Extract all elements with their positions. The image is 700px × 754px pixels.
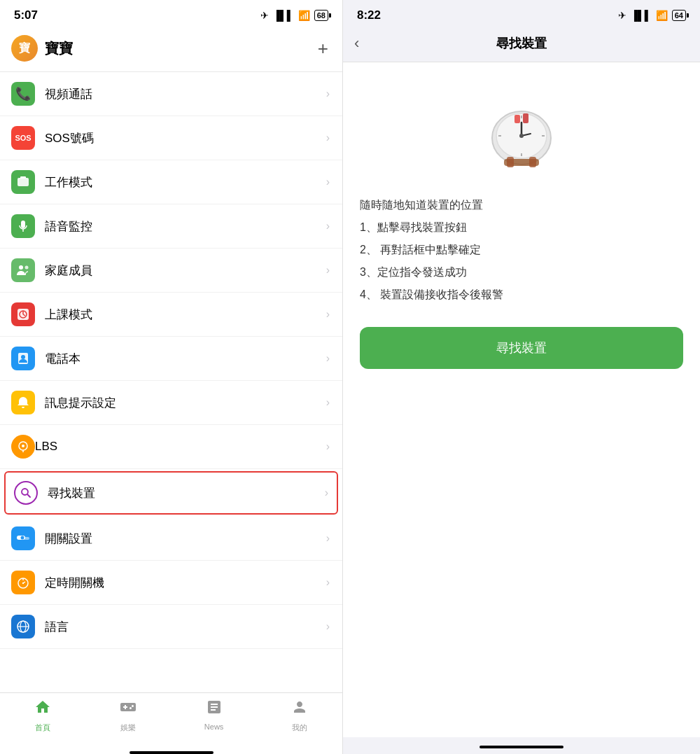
chevron-icon: ›	[326, 440, 330, 453]
svg-line-15	[27, 494, 30, 497]
tab-entertainment[interactable]: 娛樂	[85, 699, 171, 733]
entertainment-tab-label: 娛樂	[120, 722, 136, 733]
status-icons-right: ✈ ▐▌▌ 📶 64	[618, 10, 686, 21]
menu-label-lbs: LBS	[35, 440, 326, 454]
app-header-left: 寶 寶寶	[11, 35, 73, 62]
svg-point-17	[21, 536, 24, 540]
menu-label-switch-settings: 開關設置	[45, 531, 326, 547]
status-time-left: 5:07	[14, 8, 38, 22]
svg-rect-39	[529, 157, 536, 167]
svg-point-12	[22, 445, 24, 447]
instruction-step3: 3、定位指令發送成功	[360, 261, 683, 284]
phonebook-icon	[11, 347, 35, 370]
tab-profile[interactable]: 我的	[257, 699, 342, 733]
menu-item-lbs[interactable]: LBS ›	[0, 425, 342, 469]
svg-point-4	[25, 266, 29, 270]
menu-item-language[interactable]: 語言 ›	[0, 605, 342, 649]
chevron-icon: ›	[326, 576, 330, 589]
menu-label-family: 家庭成員	[45, 263, 326, 279]
tab-news[interactable]: News	[172, 699, 257, 733]
right-page-title: 尋找裝置	[496, 35, 547, 52]
status-bar-right: 8:22 ✈ ▐▌▌ 📶 64	[343, 0, 700, 28]
left-panel: 5:07 ✈ ▐▌▌ 📶 68 寶 寶寶 + 📞 視頻通話 › SOS	[0, 0, 343, 754]
instruction-intro: 隨時隨地知道裝置的位置	[360, 194, 683, 216]
chevron-icon: ›	[326, 132, 330, 144]
news-tab-label: News	[204, 722, 224, 731]
find-device-icon	[14, 481, 38, 505]
chevron-icon: ›	[326, 396, 330, 409]
svg-rect-29	[514, 115, 520, 123]
menu-item-work-mode[interactable]: 工作模式 ›	[0, 160, 342, 204]
back-button[interactable]: ‹	[354, 34, 359, 53]
class-mode-icon	[11, 302, 35, 326]
right-panel: 8:22 ✈ ▐▌▌ 📶 64 ‹ 尋找裝置	[343, 0, 700, 754]
svg-rect-1	[20, 176, 26, 179]
wifi-icon-left: 📶	[298, 10, 310, 21]
chevron-icon: ›	[326, 532, 330, 545]
menu-label-video-call: 視頻通話	[45, 86, 326, 102]
menu-label-phonebook: 電話本	[45, 351, 326, 367]
menu-label-class-mode: 上課模式	[45, 307, 326, 323]
chevron-icon: ›	[326, 88, 330, 100]
svg-rect-38	[507, 157, 514, 167]
chevron-icon: ›	[326, 220, 330, 232]
menu-item-switch-settings[interactable]: 開關設置 ›	[0, 517, 342, 561]
signal-bars-right: ▐▌▌	[631, 10, 652, 21]
menu-label-voice-monitor: 語音監控	[45, 218, 326, 235]
svg-point-33	[519, 134, 524, 138]
svg-rect-18	[24, 537, 29, 540]
signal-bars-left: ▐▌▌	[273, 10, 294, 21]
voice-monitor-icon	[11, 214, 35, 238]
menu-item-notification[interactable]: 訊息提示設定 ›	[0, 381, 342, 425]
app-title: 寶寶	[45, 39, 73, 58]
find-device-button[interactable]: 尋找裝置	[360, 327, 683, 369]
battery-left: 68	[314, 10, 328, 21]
right-header: ‹ 尋找裝置	[343, 28, 700, 62]
chevron-icon: ›	[326, 176, 330, 188]
instruction-step1: 1、點擊尋找裝置按鈕	[360, 216, 683, 239]
menu-item-family[interactable]: 家庭成員 ›	[0, 249, 342, 293]
avatar: 寶	[11, 35, 38, 62]
language-icon	[11, 615, 35, 638]
location-icon-right: ✈	[618, 10, 626, 21]
tab-bar: 首頁 娛樂 News 我的	[0, 692, 342, 747]
menu-item-class-mode[interactable]: 上課模式 ›	[0, 293, 342, 337]
work-mode-icon	[11, 170, 35, 194]
home-indicator-right	[479, 746, 564, 748]
menu-item-find-device[interactable]: 尋找裝置 ›	[4, 471, 338, 515]
svg-rect-0	[18, 178, 29, 186]
timer-icon	[11, 571, 35, 594]
svg-point-22	[22, 582, 24, 584]
menu-label-language: 語言	[45, 619, 326, 635]
chevron-icon: ›	[326, 352, 330, 365]
svg-point-10	[21, 355, 25, 359]
menu-item-sos[interactable]: SOS SOS號碼 ›	[0, 116, 342, 160]
entertainment-tab-icon	[120, 699, 136, 720]
profile-tab-label: 我的	[292, 722, 307, 733]
menu-label-work-mode: 工作模式	[45, 174, 326, 190]
instruction-step4: 4、 裝置設備接收指令後報警	[360, 284, 683, 306]
menu-label-notification: 訊息提示設定	[45, 395, 326, 411]
menu-list: 📞 視頻通話 › SOS SOS號碼 › 工作模式 ›	[0, 72, 342, 692]
lbs-icon	[11, 435, 35, 459]
menu-item-video-call[interactable]: 📞 視頻通話 ›	[0, 72, 342, 116]
status-bar-left: 5:07 ✈ ▐▌▌ 📶 68	[0, 0, 342, 28]
status-time-right: 8:22	[357, 8, 381, 22]
find-device-content: 隨時隨地知道裝置的位置 1、點擊尋找裝置按鈕 2、 再對話框中點擊確定 3、定位…	[343, 62, 700, 737]
menu-item-timer[interactable]: 定時開關機 ›	[0, 561, 342, 605]
battery-right: 64	[672, 10, 686, 21]
menu-item-voice-monitor[interactable]: 語音監控 ›	[0, 204, 342, 249]
tab-home[interactable]: 首頁	[0, 699, 85, 733]
svg-point-3	[19, 265, 23, 270]
instruction-step2: 2、 再對話框中點擊確定	[360, 239, 683, 261]
add-button[interactable]: +	[318, 38, 328, 60]
family-icon	[11, 258, 35, 282]
profile-tab-icon	[291, 699, 308, 720]
wifi-icon-right: 📶	[656, 10, 668, 21]
menu-label-timer: 定時開關機	[45, 575, 326, 591]
home-tab-icon	[34, 699, 51, 720]
menu-item-phonebook[interactable]: 電話本 ›	[0, 337, 342, 381]
home-indicator-left	[130, 751, 214, 754]
sos-icon: SOS	[11, 126, 35, 150]
location-icon-left: ✈	[260, 10, 269, 21]
